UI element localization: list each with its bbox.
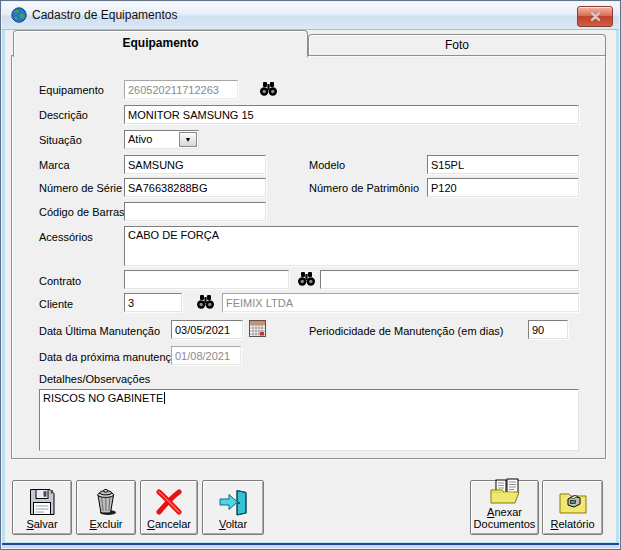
- cliente-label: Cliente: [39, 298, 73, 310]
- floppy-disk-icon: [27, 488, 57, 516]
- red-x-icon: [154, 488, 184, 516]
- numero-patrimonio-label: Número de Patrimônio: [309, 182, 419, 194]
- cliente-nome-input[interactable]: [222, 293, 579, 312]
- salvar-button[interactable]: Salvar: [12, 480, 72, 535]
- exit-door-icon: [218, 488, 248, 516]
- modelo-input[interactable]: [427, 155, 579, 174]
- detalhes-textarea[interactable]: RISCOS NO GABINETE: [39, 389, 579, 451]
- window-bottom-edge: [2, 543, 619, 545]
- anexar-button-label-line1: Anexar: [487, 506, 522, 518]
- window-title: Cadastro de Equipamentos: [32, 8, 177, 22]
- calendar-button[interactable]: [249, 320, 266, 337]
- periodicidade-input[interactable]: [528, 320, 568, 339]
- contrato-codigo-input[interactable]: [124, 270, 289, 289]
- equipamento-label: Equipamento: [39, 84, 104, 96]
- descricao-label: Descrição: [39, 109, 88, 121]
- cliente-lookup-button[interactable]: [196, 294, 215, 310]
- data-proxima-manutencao-label: Data da próxima manutenção: [39, 351, 183, 363]
- contrato-descricao-input[interactable]: [320, 270, 579, 289]
- codigo-barras-label: Código de Barras: [39, 206, 125, 218]
- data-ultima-manutencao-label: Data Última Manutenção: [39, 325, 160, 337]
- situacao-label: Situação: [39, 134, 82, 146]
- marca-input[interactable]: [124, 155, 266, 174]
- detalhes-text: RISCOS NO GABINETE: [43, 392, 163, 404]
- acessorios-textarea[interactable]: CABO DE FORÇA: [124, 226, 579, 266]
- data-ultima-manutencao-input[interactable]: [171, 320, 243, 339]
- contrato-lookup-button[interactable]: [297, 271, 316, 287]
- titlebar: Cadastro de Equipamentos: [2, 2, 619, 30]
- situacao-select[interactable]: Ativo ▼: [124, 130, 199, 149]
- relatorio-button-label: Relatório: [550, 518, 594, 530]
- tab-equipamento[interactable]: Equipamento: [13, 30, 308, 57]
- binoculars-icon: [297, 271, 316, 287]
- anexar-documentos-button[interactable]: Anexar Documentos: [470, 480, 539, 535]
- numero-serie-label: Número de Série: [39, 182, 122, 194]
- close-button[interactable]: [577, 6, 613, 27]
- periodicidade-label: Periodicidade de Manutenção (em dias): [309, 325, 503, 337]
- equipamento-input[interactable]: [124, 80, 238, 99]
- text-cursor: [164, 392, 165, 404]
- numero-serie-input[interactable]: [124, 178, 266, 197]
- descricao-input[interactable]: [124, 105, 579, 124]
- cadastro-equipamentos-window: Cadastro de Equipamentos Equipamento Fot…: [0, 0, 621, 550]
- numero-patrimonio-input[interactable]: [427, 178, 579, 197]
- detalhes-label: Detalhes/Observações: [39, 373, 150, 385]
- trash-icon: [91, 488, 121, 516]
- situacao-selected-value: Ativo: [128, 133, 152, 145]
- tab-foto-label: Foto: [445, 38, 469, 52]
- codigo-barras-input[interactable]: [124, 202, 266, 221]
- excluir-button-label: Excluir: [89, 518, 122, 530]
- folder-report-icon: [557, 488, 589, 516]
- acessorios-label: Acessórios: [39, 231, 93, 243]
- modelo-label: Modelo: [309, 159, 345, 171]
- tab-equipamento-label: Equipamento: [122, 36, 198, 50]
- folder-documents-icon: [488, 478, 522, 504]
- salvar-button-label: Salvar: [26, 518, 57, 530]
- calendar-icon: [249, 320, 266, 337]
- voltar-button[interactable]: Voltar: [202, 480, 264, 535]
- binoculars-icon: [196, 294, 215, 310]
- voltar-button-label: Voltar: [219, 518, 247, 530]
- cancelar-button-label: Cancelar: [147, 518, 191, 530]
- equipamento-lookup-button[interactable]: [259, 81, 278, 97]
- excluir-button[interactable]: Excluir: [76, 480, 136, 535]
- anexar-button-label-line2: Documentos: [474, 518, 536, 530]
- data-proxima-manutencao-input[interactable]: [171, 346, 241, 365]
- binoculars-icon: [259, 81, 278, 97]
- cliente-codigo-input[interactable]: [124, 293, 182, 312]
- chevron-down-icon[interactable]: ▼: [179, 132, 197, 147]
- tab-foto[interactable]: Foto: [308, 34, 606, 55]
- globe-icon: [11, 7, 27, 23]
- close-icon: [590, 12, 601, 21]
- contrato-label: Contrato: [39, 275, 81, 287]
- relatorio-button[interactable]: Relatório: [542, 480, 603, 535]
- marca-label: Marca: [39, 159, 70, 171]
- cancelar-button[interactable]: Cancelar: [140, 480, 198, 535]
